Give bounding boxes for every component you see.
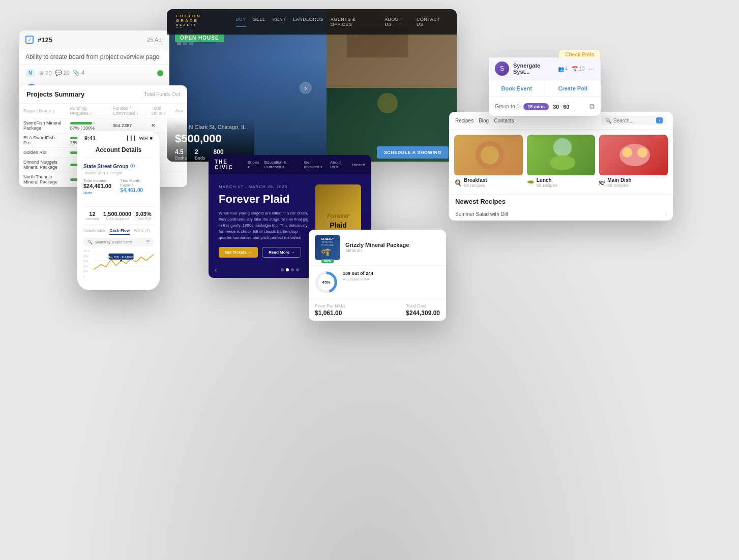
nav-contacts[interactable]: Contacts xyxy=(494,118,514,123)
poll-card: S Synergate Syst... 👥 4 📅 10 ··· Book Ev… xyxy=(489,57,601,116)
hide-button[interactable]: Hide xyxy=(83,191,92,195)
breakfast-svg xyxy=(454,135,523,175)
open-house-badge: OPEN HOUSE xyxy=(175,34,224,42)
poll-copy-button[interactable]: ⧉ xyxy=(589,102,595,111)
phone-search-box: 🔍 ☰ xyxy=(83,238,154,246)
search-icon: 🔍 xyxy=(605,118,611,123)
phone-card: 9:41 ▎▎▎ WiFi ■ Account Details State St… xyxy=(77,131,160,290)
col-ava: Ava xyxy=(171,104,187,118)
breakfast-label-area: 🍳 Breakfast 58 recipes xyxy=(454,175,523,189)
nav-recipes[interactable]: Recipes xyxy=(455,118,474,123)
realestate-logo: FULTON GRACE REALTY —— xyxy=(176,14,226,29)
shared-text: Shared with 2 People xyxy=(83,171,154,175)
status-dot xyxy=(157,70,163,76)
recipe-list-item[interactable]: Summer Salad with Dill xyxy=(449,208,673,221)
proj-name: Dimond Nuggets Mineral Package xyxy=(19,158,66,172)
civic-buttons: Get Tickets → Read More → xyxy=(219,247,309,258)
svg-point-14 xyxy=(622,147,632,158)
mineral-logo: GRIZZLY MINERAL PACKAGE NEW xyxy=(315,235,340,260)
task-checkbox[interactable]: ✓ xyxy=(25,36,34,44)
poster-plaid: Plaid xyxy=(327,221,349,230)
tag-20b: 💬 20 xyxy=(55,70,70,76)
tickets-button[interactable]: Get Tickets → xyxy=(219,247,258,258)
main-dish-label-area: 🍽 Main Dish 58 recipes xyxy=(599,175,668,189)
task-date: 25 Apr xyxy=(147,37,163,43)
tag-20a: 🖥 20 xyxy=(38,70,51,76)
tag-4: 📎 4 xyxy=(73,70,84,76)
lunch-label-area: 🥗 Lunch 58 recipes xyxy=(527,175,596,189)
phone-filter-icon[interactable]: ☰ xyxy=(146,240,150,244)
property-address: 2001 N Clark St, Chicago, IL xyxy=(175,124,246,130)
cash-flow-chart: $10k $8k $6k $4k $2k 0 xyxy=(83,250,154,285)
nav-about[interactable]: ABOUT US xyxy=(385,17,409,27)
civic-nav-involved[interactable]: Get Involved xyxy=(304,160,325,169)
poster-forever: Forever xyxy=(327,212,349,221)
breakfast-name: Breakfast xyxy=(464,177,487,183)
nav-landlords[interactable]: LANDLORDS xyxy=(293,17,323,27)
nav-agents[interactable]: AGENTS & OFFICES xyxy=(331,17,378,27)
book-event-button[interactable]: Book Event xyxy=(489,80,545,97)
phone-status-icons: ▎▎▎ WiFi ■ xyxy=(127,136,153,141)
mineral-name: Grizzly Mineral Package xyxy=(345,242,440,248)
create-poll-button[interactable]: Create Poll xyxy=(545,80,601,97)
category-lunch[interactable]: 🥗 Lunch 58 recipes xyxy=(527,135,596,189)
total-cost-value: $244,309.00 xyxy=(406,309,440,317)
chart-svg: May. 2021 - $12,400.00 xyxy=(94,250,154,277)
civic-description: When four young singers are killed in a … xyxy=(219,210,309,241)
recipe-search-input[interactable] xyxy=(613,118,654,123)
col-funded: Funded / Committed ↕ xyxy=(109,104,147,118)
realestate-nav: FULTON GRACE REALTY —— BUY SELL RENT LAN… xyxy=(167,9,457,35)
poll-more-button[interactable]: ··· xyxy=(588,65,595,73)
total-cost-label: Total Cost xyxy=(406,303,440,308)
donut-label: 45% xyxy=(315,271,338,294)
realestate-card: FULTON GRACE REALTY —— BUY SELL RENT LAN… xyxy=(167,9,457,162)
col-funding-progress: Funding Progress ↕ xyxy=(66,104,109,118)
civic-nav-shoes[interactable]: Shoes xyxy=(248,160,259,169)
projects-total-funds: Total Funds Out xyxy=(144,91,180,97)
phone-search-input[interactable] xyxy=(95,240,144,244)
nav-contact[interactable]: CONTACT US xyxy=(417,17,448,27)
chart-y-labels: $10k $8k $6k $4k $2k 0 xyxy=(83,250,90,278)
roi-label: Total ROI xyxy=(136,217,152,221)
recipe-card: Recipes Blog Contacts 🔍 › 🍳 xyxy=(449,112,673,221)
price-per-nma: Price Per NMA $1,061.00 xyxy=(315,303,345,317)
civic-nav-about[interactable]: About Us xyxy=(330,160,346,169)
label-10k: $10k xyxy=(83,250,90,253)
recipe-search-box: 🔍 › xyxy=(601,116,667,125)
stat-nma: 1,500.0000 NMA Acquired xyxy=(103,211,131,221)
poll-org-name: Synergate Syst... xyxy=(513,63,554,75)
proj-ava xyxy=(171,172,187,187)
mineral-logo-text: GRIZZLY MINERAL PACKAGE xyxy=(321,237,334,258)
svg-rect-24 xyxy=(327,252,329,256)
svg-point-26 xyxy=(322,250,325,253)
category-main-dish[interactable]: 🍽 Main Dish 58 recipes xyxy=(599,135,668,189)
logo-line3: —— xyxy=(176,26,226,29)
arrow-left[interactable]: ‹ xyxy=(215,266,217,274)
tab-wells[interactable]: Wells (7) xyxy=(134,228,150,235)
sqft-value: 800 xyxy=(214,148,227,155)
category-breakfast[interactable]: 🍳 Breakfast 58 recipes xyxy=(454,135,523,189)
svg-point-12 xyxy=(550,155,575,170)
civic-dots xyxy=(281,268,299,271)
stat-roi: 9.03% Total ROI xyxy=(136,211,152,221)
realestate-nav-links: BUY SELL RENT LANDLORDS AGENTS & OFFICES… xyxy=(236,17,448,27)
nav-rent[interactable]: RENT xyxy=(273,17,286,27)
nav-buy[interactable]: BUY xyxy=(236,17,246,27)
total-cost: Total Cost $244,309.00 xyxy=(406,303,440,317)
svg-point-15 xyxy=(637,147,647,158)
stat-invested: 12 Invested xyxy=(85,211,99,221)
schedule-showing-button[interactable]: SCHEDULE A SHOWING xyxy=(377,146,449,159)
nav-blog[interactable]: Blog xyxy=(479,118,489,123)
civic-logo: THE CIVIC xyxy=(215,159,243,170)
svg-point-10 xyxy=(481,146,499,164)
lunch-count: 58 recipes xyxy=(537,183,558,188)
search-submit[interactable]: › xyxy=(656,117,663,123)
civic-nav-theatre[interactable]: Theatre xyxy=(351,163,365,167)
tab-investments[interactable]: Investments xyxy=(83,228,105,235)
read-more-button[interactable]: Read More → xyxy=(262,247,301,258)
recipe-categories: 🍳 Breakfast 58 recipes 🥗 xyxy=(449,130,673,194)
tab-cash-flow[interactable]: Cash Flow xyxy=(109,228,130,235)
nav-sell[interactable]: SELL xyxy=(253,17,265,27)
image-arrow-right[interactable]: › xyxy=(300,82,312,94)
civic-nav-education[interactable]: Education & Outreach xyxy=(264,160,299,169)
